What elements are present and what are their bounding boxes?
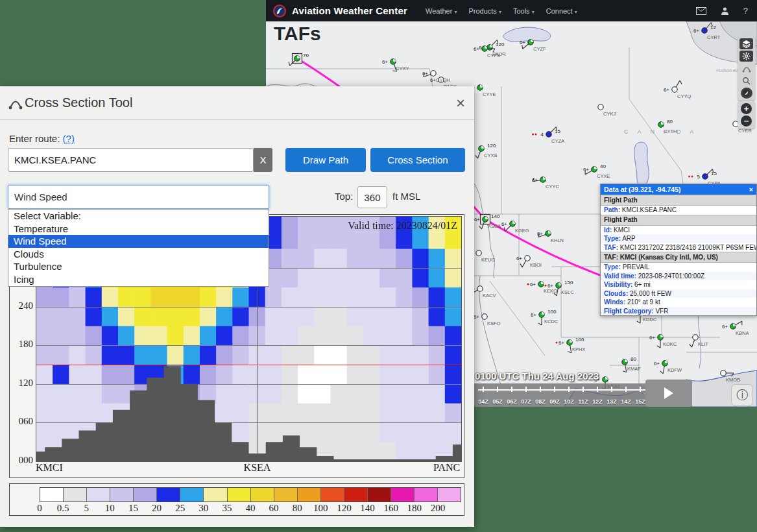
popup-section-header: Flight Path (601, 215, 756, 226)
help-icon[interactable]: ? (743, 6, 748, 16)
dialog-title: Cross Section Tool (25, 95, 132, 110)
svg-text:6+: 6+ (532, 177, 538, 183)
top-altitude-input[interactable] (357, 186, 387, 208)
user-icon[interactable] (721, 6, 729, 15)
colorbar-swatch (134, 488, 157, 502)
time-tick-label[interactable]: 09Z (549, 398, 560, 405)
colorbar-tick-label: 5 (84, 503, 89, 514)
svg-text:CYQH: CYQH (436, 77, 450, 83)
top-unit-label: ft MSL (392, 191, 420, 202)
station-CYQH[interactable]: 6+CYQH (422, 71, 450, 83)
svg-text:CYYC: CYYC (546, 184, 559, 189)
variable-option-icing[interactable]: Icing (8, 273, 269, 286)
nav-item-weather[interactable]: Weather ▾ (426, 7, 457, 15)
play-button[interactable] (645, 380, 692, 407)
popup-close-icon[interactable]: × (749, 186, 753, 193)
svg-text:KCDC: KCDC (544, 319, 559, 324)
time-slider-track[interactable]: 04Z05Z06Z07Z08Z09Z10Z11Z12Z13Z14Z15Z (478, 389, 649, 391)
time-tick-label[interactable]: 15Z (635, 398, 645, 405)
svg-text:80: 80 (667, 119, 673, 125)
map-layer-label: TAFs (274, 23, 321, 45)
popup-data-row: Type: ARP (601, 234, 756, 243)
time-tick-label[interactable]: 07Z (521, 398, 531, 405)
colorbar-swatch (321, 488, 344, 502)
station-CYYC[interactable]: 6+CYYC (532, 177, 560, 189)
svg-text:6+: 6+ (722, 324, 728, 330)
layers-icon[interactable] (739, 38, 753, 49)
svg-text:KLIT: KLIT (698, 341, 708, 347)
svg-text:CYXS: CYXS (484, 152, 497, 158)
draw-path-button[interactable]: Draw Path (285, 148, 366, 172)
compass-icon[interactable] (741, 88, 752, 99)
station-KPHX[interactable]: 6+100KPHX (556, 337, 586, 353)
route-input[interactable] (8, 148, 254, 172)
station-KSFO[interactable]: 6+KSFO (474, 314, 501, 326)
station-KBOI[interactable]: 6+KBOI (516, 256, 542, 268)
svg-text:6+: 6+ (430, 77, 436, 83)
lake-winnipeg (634, 142, 649, 187)
main-nav: Weather ▾Products ▾Tools ▾Connect ▾ (426, 7, 577, 15)
station-CYFS[interactable]: 6+CYFS (474, 46, 500, 58)
svg-text:KSLC: KSLC (561, 289, 574, 295)
svg-text:KHLN: KHLN (551, 237, 564, 243)
nav-item-products[interactable]: Products ▾ (468, 7, 501, 15)
time-tick-label[interactable]: 11Z (578, 398, 588, 405)
y-axis-tick-label: 060 (14, 416, 33, 427)
time-tick (483, 387, 484, 392)
station-KHLN[interactable]: 6+KHLN (537, 231, 564, 243)
dialog-titlebar: Cross Section Tool × (0, 86, 474, 120)
colorbar-swatch (40, 488, 64, 502)
station-KBNA[interactable]: 6+KBNA (722, 321, 749, 336)
cross-section-button[interactable]: Cross Section (370, 148, 465, 172)
nav-item-connect[interactable]: Connect ▾ (546, 7, 577, 15)
station-KOKC[interactable]: 6+KOKC (649, 335, 677, 348)
station-CYKJ[interactable]: CYKJ (598, 104, 616, 117)
svg-text:6+: 6+ (474, 46, 479, 52)
time-tick-label[interactable]: 05Z (492, 398, 503, 405)
station-KMAF[interactable]: 80KMAF (622, 356, 641, 372)
clear-route-button[interactable]: X (254, 148, 272, 172)
svg-text:KOKC: KOKC (663, 341, 677, 347)
time-tick-label[interactable]: 10Z (564, 398, 574, 405)
time-tick-label[interactable]: 04Z (478, 398, 488, 405)
variable-option-temperature[interactable]: Temperature (8, 223, 269, 236)
colorbar-swatch (228, 488, 251, 502)
station-CYXE[interactable]: 6+40CYXE (583, 163, 610, 179)
station-CYYQ[interactable]: 6+CYYQ (664, 80, 691, 99)
magnifier-icon[interactable] (739, 75, 753, 86)
time-tick-label[interactable]: 14Z (621, 398, 631, 405)
station-KEUG[interactable]: KEUG (476, 250, 496, 263)
svg-text:6+: 6+ (664, 87, 669, 93)
svg-text:CYZA: CYZA (551, 138, 564, 144)
station-KDFW[interactable]: 6+KDFW (654, 361, 682, 374)
variable-option-clouds[interactable]: Clouds (8, 248, 269, 261)
time-tick-label[interactable]: 12Z (592, 398, 603, 405)
station-CYXY[interactable]: 6+CYXY (382, 59, 409, 71)
zoom-in-button[interactable]: + (741, 103, 752, 114)
station-CYXS[interactable]: 120CYXS (475, 143, 498, 158)
mail-icon[interactable] (696, 7, 706, 15)
info-button[interactable]: ⓘ (731, 384, 753, 406)
zoom-out-button[interactable]: − (741, 115, 752, 127)
svg-text:KDFW: KDFW (667, 367, 682, 373)
time-tick-label[interactable]: 08Z (535, 398, 546, 405)
time-tick-label[interactable]: 06Z (507, 398, 517, 405)
station-CYZA[interactable]: 415CYZA (532, 127, 564, 144)
colorbar-tick-label: 140 (360, 503, 375, 514)
time-tick-label[interactable]: 13Z (607, 398, 617, 405)
close-icon[interactable]: × (456, 94, 465, 112)
variable-select[interactable]: Wind Speed (8, 185, 269, 209)
gear-icon[interactable] (739, 51, 753, 62)
variable-option-wind-speed[interactable]: Wind Speed (8, 235, 269, 248)
variable-option-turbulence[interactable]: Turbulence (8, 260, 269, 273)
cross-section-icon[interactable] (739, 63, 753, 74)
route-help-link[interactable]: (?) (63, 133, 75, 144)
station-KSEA[interactable]: 6+140KSEA (474, 213, 501, 229)
station-KLIT[interactable]: KLIT (690, 335, 709, 347)
variable-option-select-variable-[interactable]: Select Variable: (8, 210, 269, 223)
station-KCDC[interactable]: 6+100KCDC (531, 309, 559, 325)
colorbar-swatch (251, 488, 274, 502)
x-axis-tick-label: KSEA (244, 462, 271, 474)
colorbar-swatch (298, 488, 321, 502)
nav-item-tools[interactable]: Tools ▾ (513, 7, 535, 15)
